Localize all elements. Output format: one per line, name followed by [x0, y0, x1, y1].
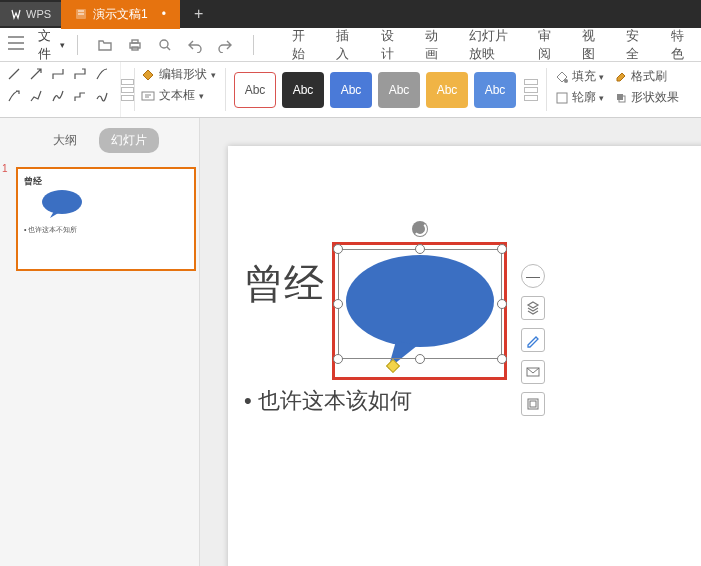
outline-tab[interactable]: 大纲: [41, 128, 89, 153]
side-panel: 大纲 幻灯片 1 曾经 • 也许这本不知所: [0, 118, 200, 566]
resize-handle-s[interactable]: [415, 354, 425, 364]
shape-curve-icon[interactable]: [94, 66, 110, 82]
float-collapse-button[interactable]: —: [521, 264, 545, 288]
shape-scribble-icon[interactable]: [94, 88, 110, 104]
canvas[interactable]: 曾经 —: [200, 118, 701, 566]
print-icon[interactable]: [125, 35, 145, 55]
svg-rect-2: [132, 40, 138, 43]
redo-icon[interactable]: [215, 35, 235, 55]
style-preset-blue[interactable]: Abc: [330, 72, 372, 108]
workspace: 大纲 幻灯片 1 曾经 • 也许这本不知所 曾经: [0, 118, 701, 566]
thumb-bubble-icon: [40, 189, 84, 223]
shapes-gallery[interactable]: [0, 62, 120, 117]
resize-handle-ne[interactable]: [497, 244, 507, 254]
ribbon-tabs: 开始 插入 设计 动画 幻灯片放映 审阅 视图 安全 特色: [278, 27, 701, 63]
format-brush-button[interactable]: 格式刷: [614, 68, 667, 85]
svg-rect-8: [617, 94, 623, 100]
file-menu[interactable]: 文件 ▾: [32, 27, 71, 63]
style-preset-gray[interactable]: Abc: [378, 72, 420, 108]
tab-security[interactable]: 安全: [612, 27, 656, 63]
outline-button[interactable]: 轮廓▾: [555, 89, 604, 106]
fill-button[interactable]: 填充▾: [555, 68, 604, 85]
slide[interactable]: 曾经 —: [228, 146, 701, 566]
float-layers-button[interactable]: [521, 296, 545, 320]
resize-handle-nw[interactable]: [333, 244, 343, 254]
tab-special[interactable]: 特色: [657, 27, 701, 63]
format-tools-group: 填充▾ 格式刷 轮廓▾ 形状效果: [547, 62, 687, 117]
thumb-title: 曾经: [24, 175, 42, 188]
shape-line-icon[interactable]: [6, 66, 22, 82]
shape-styles-gallery: Abc Abc Abc Abc Abc Abc: [226, 62, 546, 117]
resize-handle-w[interactable]: [333, 299, 343, 309]
textbox-button[interactable]: 文本框▾: [141, 87, 219, 104]
style-preset-blue2[interactable]: Abc: [474, 72, 516, 108]
unsaved-indicator: •: [162, 7, 166, 21]
side-panel-tabs: 大纲 幻灯片: [0, 118, 199, 163]
svg-rect-5: [142, 92, 154, 100]
tab-design[interactable]: 设计: [367, 27, 411, 63]
shape-effect-button[interactable]: 形状效果: [614, 89, 679, 106]
shape-freeform-icon[interactable]: [50, 88, 66, 104]
shape-double-elbow-icon[interactable]: [72, 88, 88, 104]
slide-bullet[interactable]: • 也许这本该如何: [244, 386, 412, 416]
slides-tab[interactable]: 幻灯片: [99, 128, 159, 153]
titlebar: WPS 演示文稿1 • +: [0, 0, 701, 28]
slide-title[interactable]: 曾经: [244, 256, 324, 311]
menu-icon[interactable]: [0, 36, 32, 54]
shape-zigzag-icon[interactable]: [28, 88, 44, 104]
shape-elbow-arrow-icon[interactable]: [72, 66, 88, 82]
float-screenshot-button[interactable]: [521, 392, 545, 416]
menubar: 文件 ▾ 开始 插入 设计 动画 幻灯片放映 审阅 视图 安全 特色: [0, 28, 701, 62]
styles-expand-icon[interactable]: [524, 79, 538, 101]
edit-shape-button[interactable]: 编辑形状▾: [141, 66, 219, 83]
svg-point-4: [160, 40, 168, 48]
tab-review[interactable]: 审阅: [524, 27, 568, 63]
thumb-bullet: • 也许这本不知所: [24, 225, 77, 235]
shape-arrow-icon[interactable]: [28, 66, 44, 82]
shape-tools-group: 编辑形状▾ 文本框▾: [135, 62, 225, 117]
resize-handle-n[interactable]: [415, 244, 425, 254]
object-float-toolbar: —: [521, 264, 545, 416]
selected-shape[interactable]: [338, 249, 502, 359]
style-preset-black[interactable]: Abc: [282, 72, 324, 108]
style-preset-orange[interactable]: Abc: [426, 72, 468, 108]
resize-handle-sw[interactable]: [333, 354, 343, 364]
svg-rect-7: [557, 93, 567, 103]
resize-handle-se[interactable]: [497, 354, 507, 364]
svg-point-6: [564, 79, 568, 83]
gallery-expand-icon[interactable]: [120, 62, 134, 117]
tab-animation[interactable]: 动画: [411, 27, 455, 63]
document-tab[interactable]: 演示文稿1 •: [61, 0, 180, 29]
tab-start[interactable]: 开始: [278, 27, 322, 63]
tab-slideshow[interactable]: 幻灯片放映: [455, 27, 524, 63]
slide-number: 1: [2, 163, 8, 174]
separator: [253, 35, 254, 55]
separator: [77, 35, 78, 55]
new-tab-button[interactable]: +: [180, 5, 217, 23]
float-envelope-button[interactable]: [521, 360, 545, 384]
svg-point-10: [42, 190, 82, 214]
tab-insert[interactable]: 插入: [322, 27, 366, 63]
slide-thumbnail[interactable]: 曾经 • 也许这本不知所: [16, 167, 196, 271]
resize-handle-e[interactable]: [497, 299, 507, 309]
style-preset-outline[interactable]: Abc: [234, 72, 276, 108]
float-pen-button[interactable]: [521, 328, 545, 352]
shape-elbow-icon[interactable]: [50, 66, 66, 82]
rotate-handle[interactable]: [412, 221, 428, 237]
tab-view[interactable]: 视图: [568, 27, 612, 63]
open-icon[interactable]: [95, 35, 115, 55]
document-name: 演示文稿1: [93, 6, 148, 23]
selection-bbox: [338, 249, 502, 359]
undo-icon[interactable]: [185, 35, 205, 55]
preview-icon[interactable]: [155, 35, 175, 55]
svg-rect-14: [530, 401, 536, 407]
app-name: WPS: [26, 8, 51, 20]
app-badge[interactable]: WPS: [0, 2, 61, 26]
ribbon: 编辑形状▾ 文本框▾ Abc Abc Abc Abc Abc Abc 填充▾ 格…: [0, 62, 701, 118]
slide-thumbnail-wrap: 1 曾经 • 也许这本不知所: [0, 163, 199, 275]
quick-access-toolbar: [83, 35, 247, 55]
shape-curve-arrow-icon[interactable]: [6, 88, 22, 104]
